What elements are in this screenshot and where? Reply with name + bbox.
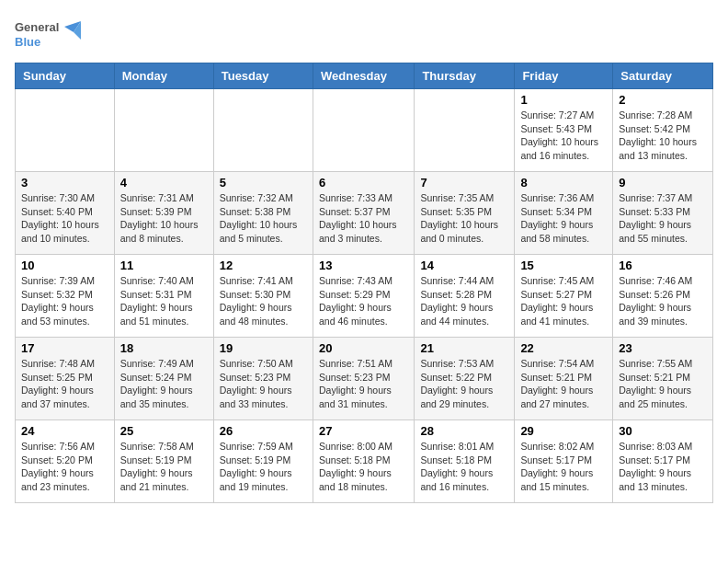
day-info: Sunrise: 7:37 AMSunset: 5:33 PMDaylight:… <box>619 191 707 246</box>
day-number: 22 <box>520 341 607 355</box>
calendar-cell: 16Sunrise: 7:46 AMSunset: 5:26 PMDayligh… <box>613 255 713 338</box>
calendar-week-row: 17Sunrise: 7:48 AMSunset: 5:25 PMDayligh… <box>16 338 713 420</box>
day-number: 18 <box>120 341 208 355</box>
svg-text:General: General <box>15 20 59 34</box>
day-number: 17 <box>21 341 108 355</box>
calendar-cell: 1Sunrise: 7:27 AMSunset: 5:43 PMDaylight… <box>515 89 613 172</box>
day-number: 25 <box>120 424 208 438</box>
day-info: Sunrise: 7:31 AMSunset: 5:39 PMDaylight:… <box>120 191 208 246</box>
day-info: Sunrise: 8:02 AMSunset: 5:17 PMDaylight:… <box>520 440 607 494</box>
calendar-cell: 21Sunrise: 7:53 AMSunset: 5:22 PMDayligh… <box>415 338 515 420</box>
calendar-cell: 9Sunrise: 7:37 AMSunset: 5:33 PMDaylight… <box>613 172 713 255</box>
day-number: 9 <box>619 176 707 190</box>
calendar-cell: 25Sunrise: 7:58 AMSunset: 5:19 PMDayligh… <box>114 420 213 503</box>
day-info: Sunrise: 7:54 AMSunset: 5:21 PMDaylight:… <box>520 357 607 411</box>
day-number: 16 <box>619 259 707 272</box>
day-number: 8 <box>520 176 607 190</box>
calendar-cell: 30Sunrise: 8:03 AMSunset: 5:17 PMDayligh… <box>613 420 713 503</box>
day-info: Sunrise: 7:50 AMSunset: 5:23 PMDaylight:… <box>220 357 307 411</box>
calendar-week-row: 1Sunrise: 7:27 AMSunset: 5:43 PMDaylight… <box>16 89 713 172</box>
day-number: 14 <box>420 259 508 272</box>
day-number: 21 <box>420 341 508 355</box>
calendar-week-row: 24Sunrise: 7:56 AMSunset: 5:20 PMDayligh… <box>16 420 713 503</box>
calendar-header-wednesday: Wednesday <box>313 63 414 89</box>
calendar-cell: 26Sunrise: 7:59 AMSunset: 5:19 PMDayligh… <box>213 420 313 503</box>
page-header: General Blue <box>15 15 713 52</box>
day-number: 29 <box>520 424 607 438</box>
calendar-header-monday: Monday <box>114 63 213 89</box>
calendar-cell: 12Sunrise: 7:41 AMSunset: 5:30 PMDayligh… <box>213 255 313 338</box>
day-number: 27 <box>319 424 408 438</box>
calendar-cell: 24Sunrise: 7:56 AMSunset: 5:20 PMDayligh… <box>16 420 115 503</box>
day-info: Sunrise: 7:51 AMSunset: 5:23 PMDaylight:… <box>319 357 408 411</box>
logo-bird-icon <box>64 19 83 47</box>
day-number: 13 <box>319 259 408 272</box>
day-info: Sunrise: 7:30 AMSunset: 5:40 PMDaylight:… <box>21 191 108 246</box>
day-number: 3 <box>21 176 108 190</box>
day-number: 6 <box>319 176 408 190</box>
day-info: Sunrise: 7:44 AMSunset: 5:28 PMDaylight:… <box>420 274 508 328</box>
calendar-cell <box>16 89 115 172</box>
day-info: Sunrise: 7:41 AMSunset: 5:30 PMDaylight:… <box>220 274 307 328</box>
calendar-cell <box>114 89 213 172</box>
calendar-cell: 20Sunrise: 7:51 AMSunset: 5:23 PMDayligh… <box>313 338 414 420</box>
day-info: Sunrise: 7:43 AMSunset: 5:29 PMDaylight:… <box>319 274 408 328</box>
calendar-cell: 2Sunrise: 7:28 AMSunset: 5:42 PMDaylight… <box>613 89 713 172</box>
logo-svg: General Blue <box>15 15 61 52</box>
day-info: Sunrise: 8:03 AMSunset: 5:17 PMDaylight:… <box>619 440 707 494</box>
calendar-cell <box>415 89 515 172</box>
calendar-cell: 4Sunrise: 7:31 AMSunset: 5:39 PMDaylight… <box>114 172 213 255</box>
calendar-cell: 14Sunrise: 7:44 AMSunset: 5:28 PMDayligh… <box>415 255 515 338</box>
day-info: Sunrise: 7:46 AMSunset: 5:26 PMDaylight:… <box>619 274 707 328</box>
logo: General Blue <box>15 15 83 52</box>
calendar-header-friday: Friday <box>515 63 613 89</box>
calendar-cell: 13Sunrise: 7:43 AMSunset: 5:29 PMDayligh… <box>313 255 414 338</box>
day-info: Sunrise: 8:00 AMSunset: 5:18 PMDaylight:… <box>319 440 408 494</box>
day-info: Sunrise: 7:27 AMSunset: 5:43 PMDaylight:… <box>520 109 607 163</box>
day-info: Sunrise: 7:45 AMSunset: 5:27 PMDaylight:… <box>520 274 607 328</box>
day-info: Sunrise: 7:58 AMSunset: 5:19 PMDaylight:… <box>120 440 208 494</box>
day-info: Sunrise: 7:28 AMSunset: 5:42 PMDaylight:… <box>619 109 707 163</box>
calendar-cell: 7Sunrise: 7:35 AMSunset: 5:35 PMDaylight… <box>415 172 515 255</box>
day-info: Sunrise: 7:39 AMSunset: 5:32 PMDaylight:… <box>21 274 108 328</box>
day-number: 4 <box>120 176 208 190</box>
day-info: Sunrise: 7:55 AMSunset: 5:21 PMDaylight:… <box>619 357 707 411</box>
day-number: 2 <box>619 93 707 107</box>
day-number: 28 <box>420 424 508 438</box>
day-info: Sunrise: 7:33 AMSunset: 5:37 PMDaylight:… <box>319 191 408 246</box>
day-info: Sunrise: 7:40 AMSunset: 5:31 PMDaylight:… <box>120 274 208 328</box>
svg-text:Blue: Blue <box>15 35 40 49</box>
calendar-cell: 3Sunrise: 7:30 AMSunset: 5:40 PMDaylight… <box>16 172 115 255</box>
calendar-cell: 18Sunrise: 7:49 AMSunset: 5:24 PMDayligh… <box>114 338 213 420</box>
day-info: Sunrise: 7:35 AMSunset: 5:35 PMDaylight:… <box>420 191 508 246</box>
calendar-cell <box>213 89 313 172</box>
calendar-cell: 29Sunrise: 8:02 AMSunset: 5:17 PMDayligh… <box>515 420 613 503</box>
calendar-cell: 5Sunrise: 7:32 AMSunset: 5:38 PMDaylight… <box>213 172 313 255</box>
day-info: Sunrise: 7:49 AMSunset: 5:24 PMDaylight:… <box>120 357 208 411</box>
day-number: 1 <box>520 93 607 107</box>
day-number: 30 <box>619 424 707 438</box>
calendar-cell: 22Sunrise: 7:54 AMSunset: 5:21 PMDayligh… <box>515 338 613 420</box>
calendar-cell: 10Sunrise: 7:39 AMSunset: 5:32 PMDayligh… <box>16 255 115 338</box>
day-number: 5 <box>220 176 307 190</box>
calendar-table: SundayMondayTuesdayWednesdayThursdayFrid… <box>15 63 713 503</box>
day-info: Sunrise: 7:56 AMSunset: 5:20 PMDaylight:… <box>21 440 108 494</box>
calendar-cell: 6Sunrise: 7:33 AMSunset: 5:37 PMDaylight… <box>313 172 414 255</box>
calendar-header-tuesday: Tuesday <box>213 63 313 89</box>
day-info: Sunrise: 7:36 AMSunset: 5:34 PMDaylight:… <box>520 191 607 246</box>
calendar-week-row: 10Sunrise: 7:39 AMSunset: 5:32 PMDayligh… <box>16 255 713 338</box>
calendar-header-thursday: Thursday <box>415 63 515 89</box>
calendar-cell: 28Sunrise: 8:01 AMSunset: 5:18 PMDayligh… <box>415 420 515 503</box>
day-number: 23 <box>619 341 707 355</box>
day-number: 15 <box>520 259 607 272</box>
calendar-cell: 27Sunrise: 8:00 AMSunset: 5:18 PMDayligh… <box>313 420 414 503</box>
day-number: 24 <box>21 424 108 438</box>
day-info: Sunrise: 7:53 AMSunset: 5:22 PMDaylight:… <box>420 357 508 411</box>
calendar-cell: 8Sunrise: 7:36 AMSunset: 5:34 PMDaylight… <box>515 172 613 255</box>
calendar-cell: 15Sunrise: 7:45 AMSunset: 5:27 PMDayligh… <box>515 255 613 338</box>
calendar-cell: 11Sunrise: 7:40 AMSunset: 5:31 PMDayligh… <box>114 255 213 338</box>
calendar-cell <box>313 89 414 172</box>
calendar-header-sunday: Sunday <box>16 63 115 89</box>
calendar-week-row: 3Sunrise: 7:30 AMSunset: 5:40 PMDaylight… <box>16 172 713 255</box>
day-number: 20 <box>319 341 408 355</box>
